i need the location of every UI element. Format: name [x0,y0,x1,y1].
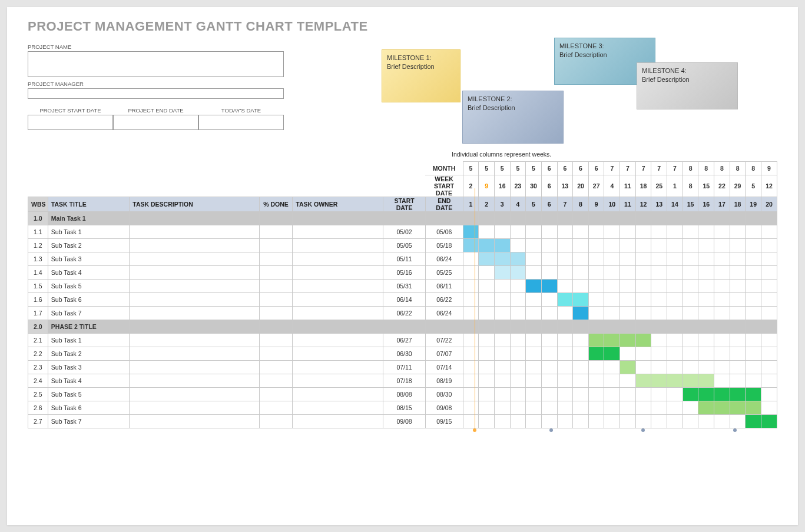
gantt-bar [698,401,714,414]
date-row: PROJECT START DATE PROJECT END DATE TODA… [28,107,293,130]
gantt-bar [683,374,698,387]
top-area: PROJECT NAME PROJECT MANAGER PROJECT STA… [28,38,777,161]
task-row: 2.3Sub Task 307/1107/14 [28,361,777,374]
gantt-bar [573,307,588,320]
label-end-date: PROJECT END DATE [113,107,198,114]
group-row: 1.0Main Task 1 [28,212,777,225]
label-project-manager: PROJECT MANAGER [28,81,293,87]
task-row: 1.1Sub Task 105/0205/06 [28,225,777,239]
gantt-bar [558,293,573,306]
milestone-4[interactable]: MILESTONE 4:Brief Description [637,62,738,109]
today-dot [473,428,476,432]
label-todays-date: TODAY'S DATE [198,107,284,114]
meta-panel: PROJECT NAME PROJECT MANAGER PROJECT STA… [28,38,293,161]
gantt-bar [761,415,777,428]
gantt-bar [495,266,510,279]
task-row: 1.7Sub Task 706/2206/24 [28,307,777,320]
gantt-bar [511,266,526,279]
gantt-grid: MONTH55555666677777888889WEEK START DATE… [28,161,777,428]
gantt-bar [573,293,588,306]
todays-date-input[interactable] [198,115,284,130]
gantt-bar [589,347,604,360]
task-row: 1.6Sub Task 606/1406/22 [28,293,777,307]
gantt-bar [620,334,635,347]
gantt-bar [746,388,761,401]
gantt-bar [604,334,620,347]
gantt-bar [667,374,683,387]
gantt-bar [526,280,541,292]
gantt-bar [604,347,620,360]
end-date-input[interactable] [113,115,198,130]
project-name-input[interactable] [28,51,284,77]
task-row: 2.2Sub Task 206/3007/07 [28,347,777,361]
gantt-bar [463,225,479,238]
task-row: 2.5Sub Task 508/0808/30 [28,388,777,401]
milestones-panel: MILESTONE 1:Brief Description MILESTONE … [293,38,777,161]
project-manager-input[interactable] [28,88,284,99]
page: PROJECT MANAGEMENT GANTT CHART TEMPLATE … [7,7,798,525]
label-project-name: PROJECT NAME [28,44,293,50]
gantt-bar [479,252,494,265]
gantt-table: MONTH55555666677777888889WEEK START DATE… [28,161,777,428]
gantt-bar [746,415,761,428]
gantt-bar [495,239,510,252]
today-line [475,188,475,428]
gantt-bar [714,388,730,401]
gantt-bar [683,388,698,401]
gantt-bar [651,374,667,387]
task-row: 2.7Sub Task 709/0809/15 [28,415,777,428]
gantt-bar [698,388,714,401]
gantt-bar [730,388,746,401]
label-start-date: PROJECT START DATE [28,107,113,114]
gantt-bar [698,374,714,387]
milestone-1[interactable]: MILESTONE 1:Brief Description [382,49,461,102]
gantt-bar [730,401,746,414]
milestone-2[interactable]: MILESTONE 2:Brief Description [462,91,564,144]
task-row: 1.4Sub Task 405/1605/25 [28,266,777,280]
gantt-bar [746,401,761,414]
gantt-bar [542,280,557,292]
page-title: PROJECT MANAGEMENT GANTT CHART TEMPLATE [28,19,777,34]
gantt-bar [714,401,730,414]
start-date-input[interactable] [28,115,113,130]
task-row: 2.1Sub Task 106/2707/22 [28,334,777,347]
gantt-bar [620,361,635,374]
task-row: 1.5Sub Task 505/3106/11 [28,280,777,293]
task-row: 1.2Sub Task 205/0505/18 [28,239,777,252]
gantt-bar [511,252,526,265]
gantt-bar [636,334,651,347]
weeks-note: Individual columns represent weeks. [452,151,551,158]
gantt-bar [479,239,494,252]
gantt-bar [495,252,510,265]
milestone-dot [641,428,645,432]
gantt-bar [463,239,479,252]
task-row: 2.6Sub Task 608/1509/08 [28,401,777,415]
group-row: 2.0PHASE 2 TITLE [28,320,777,334]
gantt-bar [589,334,604,347]
task-row: 1.3Sub Task 305/1106/24 [28,252,777,266]
task-row: 2.4Sub Task 407/1808/19 [28,374,777,388]
milestone-dot [549,428,553,432]
gantt-bar [636,374,651,387]
milestone-dot [733,428,737,432]
